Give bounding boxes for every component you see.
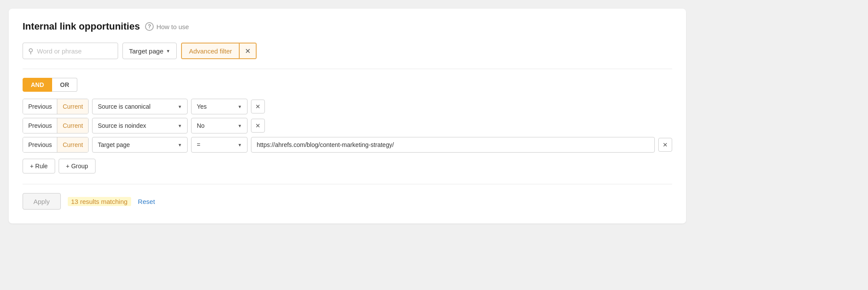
remove-icon-3: ✕ [663, 141, 668, 148]
field-arrow-icon-2: ▼ [178, 123, 182, 128]
filter-row: Previous Current Source is noindex ▼ No … [23, 118, 672, 133]
previous-button-2[interactable]: Previous [23, 118, 57, 133]
operator-select-2[interactable]: No ▼ [191, 118, 248, 133]
how-to-use-label: How to use [156, 23, 189, 30]
operator-select-3[interactable]: = ▼ [191, 137, 248, 153]
remove-icon-2: ✕ [255, 122, 261, 129]
prev-curr-group: Previous Current [23, 137, 89, 153]
target-page-label: Target page [129, 47, 163, 55]
search-input[interactable] [37, 47, 106, 55]
advanced-filter-close-icon: ✕ [245, 47, 251, 55]
advanced-filter-label-text: Advanced filter [189, 47, 232, 55]
operator-label-1: Yes [197, 103, 234, 110]
toolbar: ⚲ Target page ▼ Advanced filter ✕ [23, 43, 672, 59]
search-icon: ⚲ [28, 47, 33, 55]
field-label-2: Source is noindex [98, 122, 174, 129]
field-arrow-icon-1: ▼ [178, 104, 182, 109]
field-arrow-icon-3: ▼ [178, 143, 182, 147]
field-label-3: Target page [98, 141, 174, 148]
operator-label-2: No [197, 122, 234, 129]
help-icon: ? [145, 22, 154, 31]
add-group-button[interactable]: + Group [59, 159, 96, 173]
remove-row-button-3[interactable]: ✕ [658, 138, 672, 152]
search-box: ⚲ [23, 43, 118, 59]
or-button[interactable]: OR [52, 78, 77, 92]
reset-button[interactable]: Reset [138, 198, 155, 205]
field-select-2[interactable]: Source is noindex ▼ [92, 118, 188, 133]
add-group-label: + Group [66, 163, 88, 170]
prev-curr-group: Previous Current [23, 118, 89, 133]
add-buttons: + Rule + Group [23, 159, 672, 173]
remove-row-button-1[interactable]: ✕ [251, 100, 265, 113]
field-select-1[interactable]: Source is canonical ▼ [92, 99, 188, 114]
previous-button-3[interactable]: Previous [23, 137, 57, 152]
apply-label: Apply [33, 198, 50, 205]
apply-button[interactable]: Apply [23, 193, 61, 210]
remove-row-button-2[interactable]: ✕ [251, 119, 265, 133]
results-text: 13 results matching [68, 197, 131, 206]
advanced-filter-container: Advanced filter ✕ [181, 43, 257, 59]
prev-curr-group: Previous Current [23, 99, 89, 114]
advanced-filter-button[interactable]: Advanced filter [182, 43, 239, 58]
operator-label-3: = [197, 141, 234, 148]
operator-arrow-icon-3: ▼ [238, 143, 242, 147]
main-card: Internal link opportunities ? How to use… [9, 9, 686, 223]
filter-panel: AND OR Previous Current Source is canoni… [23, 69, 672, 173]
and-button[interactable]: AND [23, 78, 52, 92]
filter-row: Previous Current Target page ▼ = ▼ ✕ [23, 137, 672, 153]
add-rule-button[interactable]: + Rule [23, 159, 55, 173]
value-input-3[interactable] [251, 137, 655, 153]
current-button-3[interactable]: Current [57, 137, 88, 152]
page-header: Internal link opportunities ? How to use [23, 21, 672, 32]
operator-select-1[interactable]: Yes ▼ [191, 99, 248, 114]
remove-icon-1: ✕ [255, 103, 261, 110]
operator-arrow-icon-1: ▼ [238, 104, 242, 109]
field-select-3[interactable]: Target page ▼ [92, 137, 188, 153]
add-rule-label: + Rule [30, 163, 48, 170]
reset-label: Reset [138, 198, 155, 205]
filter-rows: Previous Current Source is canonical ▼ Y… [23, 99, 672, 153]
advanced-filter-close-button[interactable]: ✕ [239, 43, 256, 58]
current-button-1[interactable]: Current [57, 99, 88, 114]
field-label-1: Source is canonical [98, 103, 174, 110]
operator-arrow-icon-2: ▼ [238, 123, 242, 128]
page-title: Internal link opportunities [23, 21, 140, 32]
logic-toggle: AND OR [23, 78, 672, 92]
target-page-button[interactable]: Target page ▼ [122, 43, 177, 59]
filter-row: Previous Current Source is canonical ▼ Y… [23, 99, 672, 114]
target-page-arrow-icon: ▼ [166, 49, 170, 53]
footer-bar: Apply 13 results matching Reset [23, 184, 672, 210]
current-button-2[interactable]: Current [57, 118, 88, 133]
previous-button-1[interactable]: Previous [23, 99, 57, 114]
how-to-use-button[interactable]: ? How to use [145, 22, 189, 31]
